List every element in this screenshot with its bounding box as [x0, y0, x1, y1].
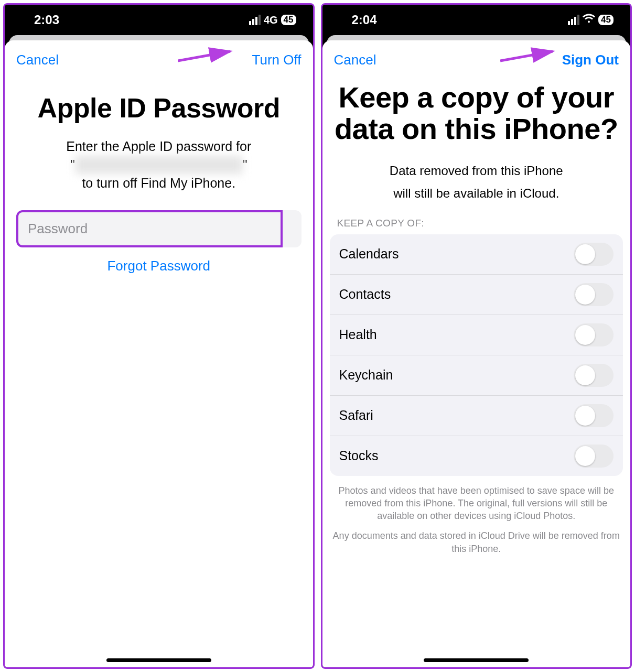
content: Apple ID Password Enter the Apple ID pas…	[5, 72, 313, 274]
forgot-password-link[interactable]: Forgot Password	[16, 258, 302, 274]
list-item: Safari	[330, 396, 623, 436]
battery-icon: 45	[598, 15, 614, 26]
row-label: Contacts	[339, 287, 391, 302]
toggle-safari[interactable]	[574, 404, 614, 427]
turn-off-button[interactable]: Turn Off	[252, 52, 302, 68]
battery-icon: 45	[281, 15, 296, 26]
cancel-button[interactable]: Cancel	[334, 52, 376, 68]
sign-out-button[interactable]: Sign Out	[562, 52, 619, 68]
list-item: Keychain	[330, 355, 623, 396]
subtitle-line1: Enter the Apple ID password for	[66, 139, 251, 154]
footnote-photos: Photos and videos that have been optimis…	[322, 476, 631, 523]
toggle-calendars[interactable]	[574, 243, 614, 266]
toggle-contacts[interactable]	[574, 283, 614, 306]
password-input[interactable]: Password	[16, 210, 283, 247]
list-item: Health	[330, 315, 623, 355]
password-field-tail	[283, 210, 302, 247]
toggle-keychain[interactable]	[574, 364, 614, 387]
modal-sheet: Cancel Turn Off Apple ID Password Enter …	[5, 40, 313, 667]
row-label: Safari	[339, 408, 373, 423]
toggle-stocks[interactable]	[574, 445, 614, 468]
status-time: 2:03	[34, 13, 59, 27]
cancel-button[interactable]: Cancel	[16, 52, 59, 68]
list-item: Stocks	[330, 436, 623, 476]
cellular-signal-icon	[249, 15, 261, 25]
wifi-icon	[583, 14, 595, 27]
section-header: KEEP A COPY OF:	[322, 203, 631, 234]
status-bar: 2:03 4G 45	[5, 5, 313, 35]
description-line2: will still be available in iCloud.	[328, 185, 626, 203]
screenshot-right: 2:04 45 Cancel Sign Out Keep a copy of y…	[321, 3, 632, 669]
footnote-icloud-drive: Any documents and data stored in iCloud …	[322, 522, 631, 555]
nav-bar: Cancel Sign Out	[322, 40, 631, 72]
status-bar: 2:04 45	[322, 5, 631, 35]
keep-copy-list: Calendars Contacts Health Keychain Safar…	[330, 234, 623, 476]
subtitle-line3: to turn off Find My iPhone.	[82, 176, 235, 190]
apple-id-redacted	[75, 156, 243, 174]
list-item: Contacts	[330, 275, 623, 315]
page-title: Keep a copy of your data on this iPhone?	[328, 82, 626, 145]
page-title: Apple ID Password	[16, 93, 302, 123]
row-label: Calendars	[339, 246, 399, 262]
home-indicator	[106, 658, 211, 662]
row-label: Keychain	[339, 367, 393, 383]
screenshot-left: 2:03 4G 45 Cancel Turn Off Apple ID Pass…	[3, 3, 315, 669]
status-right: 4G 45	[249, 14, 296, 26]
password-placeholder: Password	[28, 221, 88, 236]
description-line1: Data removed from this iPhone	[328, 162, 626, 180]
cellular-signal-icon	[568, 15, 579, 25]
toggle-health[interactable]	[574, 323, 614, 346]
status-time: 2:04	[352, 13, 377, 27]
modal-sheet: Cancel Sign Out Keep a copy of your data…	[322, 40, 631, 667]
home-indicator	[424, 658, 529, 662]
subtitle: Enter the Apple ID password for " " to t…	[16, 137, 302, 192]
nav-bar: Cancel Turn Off	[5, 40, 313, 72]
network-label: 4G	[264, 14, 278, 26]
status-right: 45	[568, 14, 614, 27]
content: Keep a copy of your data on this iPhone?…	[322, 72, 631, 203]
row-label: Health	[339, 327, 377, 342]
list-item: Calendars	[330, 234, 623, 275]
row-label: Stocks	[339, 448, 379, 463]
